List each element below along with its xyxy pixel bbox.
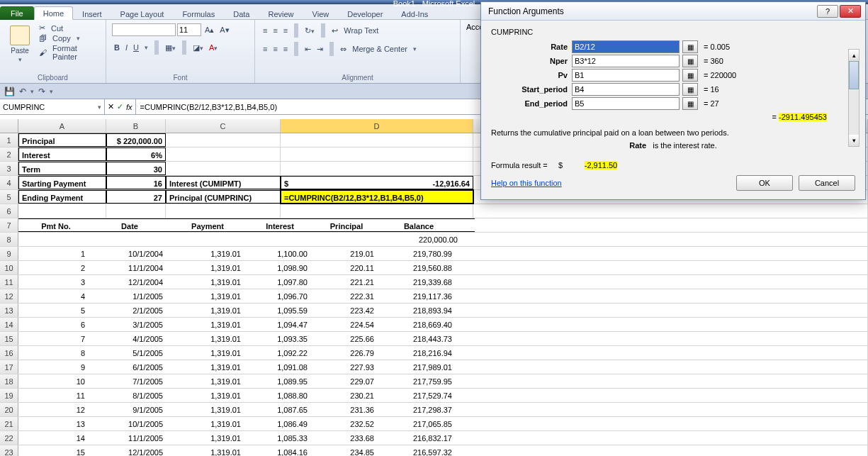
cell[interactable]: Principal (CUMPRINC): [166, 190, 281, 204]
cell[interactable]: Term: [18, 162, 106, 175]
arg-input-pv[interactable]: [572, 69, 680, 82]
col-header-c[interactable]: C: [166, 119, 281, 133]
col-header-a[interactable]: A: [18, 119, 106, 133]
row-header[interactable]: 16: [0, 346, 18, 360]
row-header[interactable]: 8: [0, 233, 18, 246]
italic-button[interactable]: I: [123, 43, 130, 52]
name-box-dropdown-icon[interactable]: ▾: [98, 104, 101, 111]
collapse-dialog-icon[interactable]: ▦: [682, 55, 698, 67]
cell[interactable]: Interest (CUMIPMT): [166, 176, 281, 189]
cell[interactable]: 27: [106, 190, 166, 204]
tab-file[interactable]: File: [0, 6, 34, 20]
tab-formulas[interactable]: Formulas: [173, 7, 224, 20]
cell[interactable]: [166, 162, 281, 175]
tab-review[interactable]: Review: [259, 7, 303, 20]
fill-color-button[interactable]: ◪▾: [191, 43, 205, 52]
cut-button[interactable]: Cut: [37, 23, 100, 33]
row-header[interactable]: 22: [0, 431, 18, 445]
merge-center-button[interactable]: Merge & Center: [350, 45, 410, 53]
tab-data[interactable]: Data: [224, 7, 259, 20]
row-header[interactable]: 2: [0, 148, 18, 161]
bold-button[interactable]: B: [112, 43, 122, 52]
grow-font-button[interactable]: A▴: [203, 26, 216, 35]
col-header-b[interactable]: B: [106, 119, 166, 133]
row-header[interactable]: 6: [0, 204, 18, 218]
collapse-dialog-icon[interactable]: ▦: [682, 69, 698, 82]
cell[interactable]: [281, 133, 473, 147]
cell[interactable]: Ending Payment: [18, 190, 106, 204]
cell[interactable]: Starting Payment: [18, 176, 106, 189]
align-center-button[interactable]: ≡: [271, 45, 279, 53]
row-header[interactable]: 14: [0, 318, 18, 331]
help-on-function-link[interactable]: Help on this function: [491, 179, 562, 187]
paste-button[interactable]: Paste ▾: [6, 23, 34, 63]
cell[interactable]: [281, 148, 473, 161]
cell[interactable]: $-12,916.64: [281, 176, 473, 189]
scroll-up-icon[interactable]: ▴: [849, 50, 859, 61]
row-header[interactable]: 20: [0, 403, 18, 416]
qat-save-icon[interactable]: 💾: [4, 87, 15, 96]
arg-input-start_period[interactable]: [572, 83, 680, 96]
cell[interactable]: [281, 162, 473, 175]
cell[interactable]: 16: [106, 176, 166, 189]
row-header[interactable]: 7: [0, 218, 18, 232]
collapse-dialog-icon[interactable]: ▦: [682, 97, 698, 110]
row-header[interactable]: 1: [0, 133, 18, 147]
col-header-d[interactable]: D: [281, 119, 473, 133]
dialog-scrollbar[interactable]: ▴ ▾: [848, 49, 859, 147]
row-header[interactable]: 11: [0, 275, 18, 289]
row-header[interactable]: 21: [0, 417, 18, 430]
row-header[interactable]: 3: [0, 162, 18, 175]
row-header[interactable]: 10: [0, 261, 18, 274]
underline-button[interactable]: U: [131, 43, 141, 52]
qat-redo-icon[interactable]: ↷: [38, 87, 45, 96]
align-bottom-button[interactable]: ≡: [281, 26, 290, 35]
ok-button[interactable]: OK: [736, 175, 793, 191]
row-header[interactable]: 12: [0, 289, 18, 303]
cancel-button[interactable]: Cancel: [799, 175, 855, 191]
scroll-down-icon[interactable]: ▾: [849, 135, 859, 146]
row-header[interactable]: 5: [0, 190, 18, 204]
tab-insert[interactable]: Insert: [73, 7, 111, 20]
tab-developer[interactable]: Developer: [338, 7, 392, 20]
dialog-titlebar[interactable]: Function Arguments ? ✕: [481, 2, 865, 21]
dialog-close-button[interactable]: ✕: [840, 5, 861, 18]
increase-indent-button[interactable]: ⇥: [315, 45, 325, 54]
cell[interactable]: 30: [106, 162, 166, 175]
align-top-button[interactable]: ≡: [261, 26, 269, 35]
format-painter-button[interactable]: Format Painter: [37, 43, 100, 62]
row-header[interactable]: 4: [0, 176, 18, 189]
wrap-text-button[interactable]: Wrap Text: [342, 26, 381, 35]
cell[interactable]: [166, 133, 281, 147]
select-all-corner[interactable]: [0, 119, 18, 133]
cell[interactable]: Principal: [18, 133, 106, 147]
tab-view[interactable]: View: [303, 7, 339, 20]
name-box[interactable]: CUMPRINC ▾: [0, 99, 105, 114]
row-header[interactable]: 19: [0, 389, 18, 402]
decrease-indent-button[interactable]: ⇤: [303, 45, 313, 54]
row-header[interactable]: 18: [0, 374, 18, 388]
arg-input-nper[interactable]: [572, 55, 680, 67]
align-middle-button[interactable]: ≡: [271, 26, 279, 35]
row-header[interactable]: 13: [0, 304, 18, 317]
qat-undo-icon[interactable]: ↶: [19, 87, 26, 96]
dialog-help-button[interactable]: ?: [817, 5, 838, 18]
row-header[interactable]: 9: [0, 247, 18, 260]
font-name-select[interactable]: [112, 23, 176, 36]
row-header[interactable]: 17: [0, 360, 18, 374]
shrink-font-button[interactable]: A▾: [218, 26, 231, 35]
formula-cancel-button[interactable]: ✕: [108, 102, 114, 111]
row-header[interactable]: 23: [0, 445, 18, 456]
font-color-button[interactable]: A▾: [207, 43, 220, 52]
copy-button[interactable]: Copy▾: [37, 33, 100, 43]
collapse-dialog-icon[interactable]: ▦: [682, 40, 698, 53]
border-button[interactable]: ▦▾: [163, 43, 178, 52]
scroll-thumb[interactable]: [849, 61, 859, 89]
cell[interactable]: 6%: [106, 148, 166, 161]
cell[interactable]: $ 220,000.00: [106, 133, 166, 147]
insert-function-button[interactable]: fx: [126, 103, 133, 111]
arg-input-end_period[interactable]: [572, 97, 680, 110]
cell[interactable]: Interest: [18, 148, 106, 161]
formula-enter-button[interactable]: ✓: [117, 102, 123, 111]
row-header[interactable]: 15: [0, 332, 18, 345]
